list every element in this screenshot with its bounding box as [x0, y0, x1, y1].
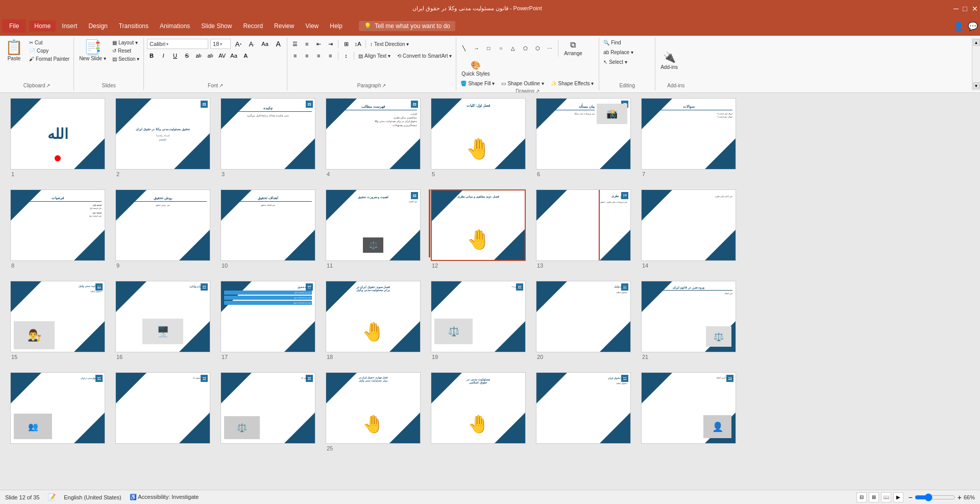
- paste-button[interactable]: 📋 Paste: [2, 39, 26, 63]
- paragraph-expand-icon[interactable]: ↗: [382, 83, 386, 88]
- increase-indent-button[interactable]: ⇥: [325, 39, 336, 49]
- text-direction-dropdown[interactable]: ↕ Text Direction ▾: [368, 40, 411, 48]
- menu-item-view[interactable]: View: [300, 20, 324, 32]
- slide-item-12[interactable]: فصل دوم: مفاهیم و مبانی نظری 🤚 12: [431, 189, 526, 269]
- format-painter-button[interactable]: 🖌 Format Painter: [27, 55, 71, 63]
- slide-item-9[interactable]: روش تحقیق متن روش تحقیق 9: [115, 189, 210, 269]
- slide-thumb-25[interactable]: فصل چهارم: حقوق ایران دربرابر مسئولیت مد…: [326, 372, 421, 444]
- slide-thumb-16[interactable]: 🖼 🖥️ مستندات وکالت: [115, 281, 210, 352]
- select-button[interactable]: ↖ Select ▾: [601, 58, 629, 66]
- char-spacing-button[interactable]: AV: [216, 51, 228, 61]
- menu-item-help[interactable]: Help: [325, 20, 348, 32]
- slide-thumb-12[interactable]: فصل دوم: مفاهیم و مبانی نظری 🤚: [431, 189, 526, 261]
- normal-view-button[interactable]: ⊟: [856, 492, 867, 502]
- subscript-button[interactable]: ab: [193, 51, 204, 61]
- notes-icon[interactable]: 📝: [47, 493, 56, 501]
- font-size-selector[interactable]: 18 ▾: [210, 39, 231, 49]
- reading-view-button[interactable]: 📖: [881, 492, 891, 502]
- align-center-button[interactable]: ≡: [301, 51, 312, 61]
- slide-item-27[interactable]: 🖼 تحلیل حقوق ایران محتوای اسلاید: [536, 372, 631, 451]
- slide-item-20[interactable]: 🖼 تکالیف وکیل محتوای اسلاید 20: [536, 281, 631, 360]
- slide-thumb-6[interactable]: 🖼 بیان مسأله متن مربوط به بیان مسأله 📸: [536, 98, 631, 170]
- decrease-indent-button[interactable]: ⇤: [313, 39, 324, 49]
- slide-item-6[interactable]: 🖼 بیان مسأله متن مربوط به بیان مسأله 📸 6: [536, 98, 631, 177]
- arrow-shape-button[interactable]: →: [471, 43, 482, 54]
- slide-item-15[interactable]: 🖼 مسئولیت مدنی وکیل 👨‍⚖️ محتوای اسلاید 1…: [10, 281, 105, 360]
- slide-thumb-3[interactable]: 🖼 چکیده متن چکیده مقاله در اینجا قرار می…: [220, 98, 315, 170]
- slide-item-14[interactable]: متن ادامه مبانی نظری 14: [641, 189, 736, 269]
- shape-outline-button[interactable]: ▭ Shape Outline ▾: [499, 80, 546, 87]
- maximize-btn[interactable]: □: [960, 5, 967, 12]
- numbering-button[interactable]: ≡: [301, 39, 312, 49]
- convert-smartart-button[interactable]: ⟲ Convert to SmartArt ▾: [395, 52, 454, 60]
- zoom-out-button[interactable]: −: [909, 493, 913, 501]
- slide-thumb-21[interactable]: ورود ضرر در قانون ایران متن اسلاید ⚖️: [641, 281, 736, 352]
- slide-item-5[interactable]: فصل اول: کلیات 🤚 5: [431, 98, 526, 177]
- slide-thumb-22[interactable]: 🖼 نقش حقوق مدنی در ایران 👥: [10, 372, 105, 444]
- ribbon-scroll-down[interactable]: ▼: [973, 82, 980, 89]
- slide-item-21[interactable]: ورود ضرر در قانون ایران متن اسلاید ⚖️ 21: [641, 281, 736, 360]
- slide-item-26[interactable]: مسئولیت مدنی درحقوق اسلامی 🤚: [431, 372, 526, 451]
- align-right-button[interactable]: ≡: [313, 51, 324, 61]
- slide-item-19[interactable]: 🖼 ⚖️ متن اسلاید ۱۹ 19: [431, 281, 526, 360]
- layout-button[interactable]: ▦ Layout ▾: [110, 39, 141, 46]
- slide-item-28[interactable]: 🖼 👤 محتوای آخرین اسلاید: [641, 372, 736, 451]
- menu-item-animations[interactable]: Animations: [155, 20, 195, 32]
- slide-item-2[interactable]: 🖼 تحقیق مسئولیت مدنی وکلا در حقوق ایران …: [115, 98, 210, 177]
- find-button[interactable]: 🔍 Find: [601, 39, 623, 46]
- slide-thumb-23[interactable]: 🖼 محتوای اسلاید ۲۳: [115, 372, 210, 444]
- slideshow-view-button[interactable]: ▶: [893, 492, 903, 502]
- hexagon-shape-button[interactable]: ⬡: [532, 43, 543, 54]
- font-name-selector[interactable]: Calibri ▾: [147, 39, 208, 49]
- slide-thumb-10[interactable]: اهداف تحقیق متن اهداف تحقیق: [220, 189, 315, 261]
- slide-thumb-9[interactable]: روش تحقیق متن روش تحقیق: [115, 189, 210, 261]
- new-slide-button[interactable]: 📑 New Slide ▾: [76, 39, 109, 63]
- underline-button[interactable]: U: [169, 51, 181, 61]
- slide-thumb-14[interactable]: متن ادامه مبانی نظری: [641, 189, 736, 261]
- share-icon[interactable]: 👤: [953, 21, 964, 31]
- menu-item-transitions[interactable]: Transitions: [114, 20, 154, 32]
- slide-thumb-2[interactable]: 🖼 تحقیق مسئولیت مدنی وکلا در حقوق ایران …: [115, 98, 210, 170]
- slide-thumb-28[interactable]: 🖼 👤 محتوای آخرین اسلاید: [641, 372, 736, 444]
- bullets-button[interactable]: ☰: [289, 39, 301, 49]
- slide-item-1[interactable]: الله 1: [10, 98, 105, 177]
- slide-thumb-20[interactable]: 🖼 تکالیف وکیل محتوای اسلاید: [536, 281, 631, 352]
- slide-item-18[interactable]: فصل سوم: حقوق ایران دربرابر مسئولیت مدنی…: [326, 281, 421, 360]
- minimize-btn[interactable]: ─: [950, 5, 958, 12]
- copy-button[interactable]: 📄 Copy: [27, 47, 71, 55]
- slide-item-3[interactable]: 🖼 چکیده متن چکیده مقاله در اینجا قرار می…: [220, 98, 315, 177]
- slide-item-22[interactable]: 🖼 نقش حقوق مدنی در ایران 👥: [10, 372, 105, 451]
- slide-thumb-1[interactable]: الله: [10, 98, 105, 170]
- increase-font-button[interactable]: A+: [233, 39, 244, 49]
- shape-fill-button[interactable]: 🪣 Shape Fill ▾: [458, 80, 497, 87]
- slide-thumb-5[interactable]: فصل اول: کلیات 🤚: [431, 98, 526, 170]
- font-caps-button[interactable]: Aa: [228, 51, 239, 61]
- text-shadow-button[interactable]: A: [240, 51, 251, 61]
- clipboard-expand-icon[interactable]: ↗: [46, 83, 50, 88]
- oval-shape-button[interactable]: ○: [495, 43, 506, 54]
- add-ins-button[interactable]: 🔌 Add-ins: [657, 50, 681, 71]
- italic-button[interactable]: I: [158, 51, 169, 61]
- arrange-button[interactable]: ⧉ Arrange: [561, 39, 585, 58]
- menu-item-insert[interactable]: Insert: [57, 20, 82, 32]
- slide-thumb-7[interactable]: سوالات سوال اول چیست؟ سوال دوم چیست؟: [641, 98, 736, 170]
- line-shape-button[interactable]: ╲: [458, 43, 470, 54]
- slide-item-11[interactable]: 🖼 اهمیت و ضرورت تحقیق متن اهمیت ⚖️ 11: [326, 189, 421, 269]
- menu-item-record[interactable]: Record: [238, 20, 268, 32]
- slide-thumb-11[interactable]: 🖼 اهمیت و ضرورت تحقیق متن اهمیت ⚖️: [326, 189, 421, 261]
- slide-thumb-27[interactable]: 🖼 تحلیل حقوق ایران محتوای اسلاید: [536, 372, 631, 444]
- drawing-expand-icon[interactable]: ↗: [535, 88, 540, 93]
- slide-item-23[interactable]: 🖼 محتوای اسلاید ۲۳: [115, 372, 210, 451]
- zoom-in-button[interactable]: +: [958, 493, 962, 501]
- text-direction-button[interactable]: ↕A: [352, 39, 363, 49]
- slide-item-25[interactable]: فصل چهارم: حقوق ایران دربرابر مسئولیت مد…: [326, 372, 421, 451]
- bold-button[interactable]: B: [146, 51, 157, 61]
- slide-thumb-24[interactable]: 🖼 ⚖️ متن اسلاید ۲۴: [220, 372, 315, 444]
- replace-button[interactable]: ab Replace ▾: [601, 49, 635, 56]
- slide-thumb-19[interactable]: 🖼 ⚖️ متن اسلاید ۱۹: [431, 281, 526, 352]
- slide-thumb-26[interactable]: مسئولیت مدنی درحقوق اسلامی 🤚: [431, 372, 526, 444]
- menu-item-slideshow[interactable]: Slide Show: [196, 20, 237, 32]
- font-color-button[interactable]: A: [273, 39, 284, 49]
- close-btn[interactable]: ✕: [969, 5, 976, 12]
- tell-me-input[interactable]: 💡 Tell me what you want to do: [359, 21, 455, 31]
